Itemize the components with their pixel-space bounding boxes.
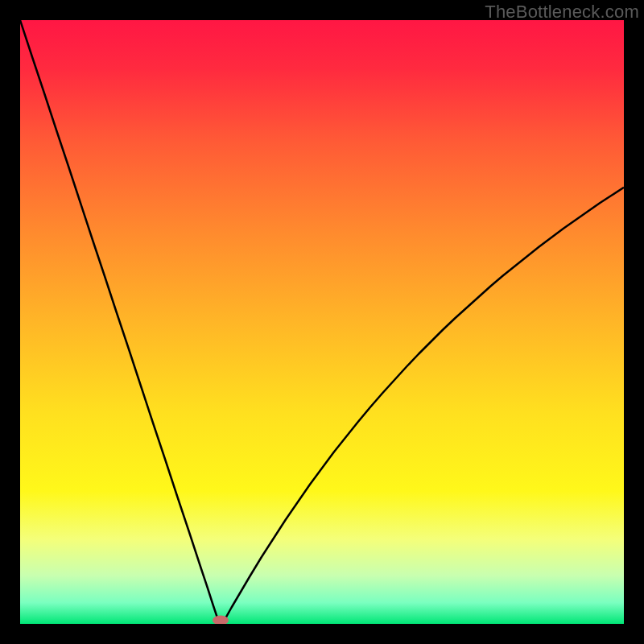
chart-frame	[20, 20, 624, 624]
chart-background	[20, 20, 624, 624]
watermark-text: TheBottleneck.com	[485, 2, 639, 23]
bottleneck-chart	[20, 20, 624, 624]
